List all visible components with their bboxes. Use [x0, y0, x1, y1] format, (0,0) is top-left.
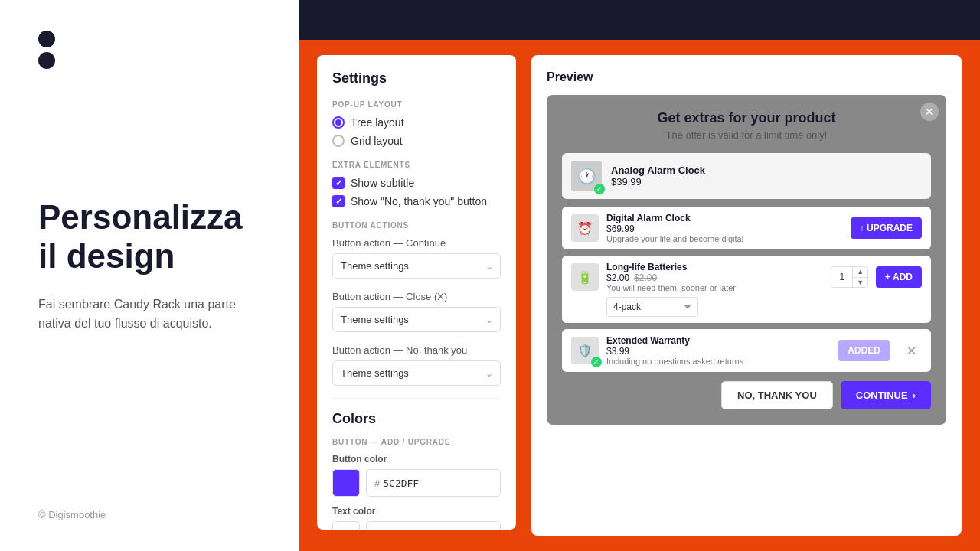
right-panel: Settings POP-UP LAYOUT Tree layout Grid …: [299, 0, 980, 551]
radio-label-tree: Tree layout: [351, 116, 404, 129]
left-content: Personalizza il design Fai sembrare Cand…: [38, 69, 260, 509]
modal-header-subtitle: The offer is valid for a limit time only…: [562, 129, 931, 141]
text-hex-input[interactable]: [383, 530, 492, 530]
button-hex-input[interactable]: [383, 478, 492, 489]
checkbox-label-subtitle: Show subtitle: [351, 177, 414, 189]
radio-circle-tree: [332, 116, 345, 129]
preview-panel: Preview ✕ Get extras for your product Th…: [531, 55, 962, 536]
button-color-label: Button color: [332, 454, 501, 465]
qty-down-arrow[interactable]: ▼: [853, 278, 867, 288]
button-action-continue-group: Button action — Continue Theme settings …: [332, 237, 501, 279]
button-action-close-group: Button action — Close (X) Theme settings…: [332, 291, 501, 332]
qty-up-arrow[interactable]: ▲: [853, 267, 867, 278]
upgrade-img: ⏰: [571, 214, 599, 242]
checkbox-show-no-thanks[interactable]: Show "No, thank you" button: [332, 195, 501, 207]
added-img: 🛡️ ✓: [571, 337, 599, 364]
modal-close-button[interactable]: ✕: [920, 103, 939, 121]
modal-header: Get extras for your product The offer is…: [562, 110, 931, 141]
settings-panel: Settings POP-UP LAYOUT Tree layout Grid …: [317, 55, 516, 530]
product-main: 🕐 ✓ Analog Alarm Clock $39.99: [562, 153, 931, 199]
top-bar: [299, 0, 980, 40]
text-color-swatch[interactable]: [332, 521, 360, 530]
text-color-label: Text color: [332, 506, 501, 517]
text-hex-hash: #: [374, 530, 380, 530]
colors-section-label: BUTTON — ADD / UPGRADE: [332, 438, 501, 446]
button-action-continue-label: Button action — Continue: [332, 237, 501, 249]
product-upgrade: ⏰ Digital Alarm Clock $69.99 Upgrade you…: [562, 207, 931, 249]
left-footer: © Digismoothie: [38, 509, 260, 520]
product-add: 🔋 Long-life Batteries $2.00 $2.00 You wi…: [562, 256, 931, 323]
added-remove-button[interactable]: ✕: [900, 340, 922, 361]
continue-label: CONTINUE: [856, 390, 908, 401]
upgrade-info: Digital Alarm Clock $69.99 Upgrade your …: [606, 213, 843, 243]
added-name: Extended Warranty: [606, 335, 831, 346]
checkbox-show-subtitle[interactable]: Show subtitle: [332, 177, 501, 189]
radio-label-grid: Grid layout: [351, 135, 403, 147]
button-action-nothanks-select[interactable]: Theme settings: [332, 360, 501, 386]
add-info: Long-life Batteries $2.00 $2.00 You will…: [606, 262, 823, 292]
add-price-old: $2.00: [634, 272, 657, 283]
button-color-row: #: [332, 469, 501, 497]
radio-tree-layout[interactable]: Tree layout: [332, 116, 501, 129]
logo-dot-top: [38, 31, 55, 47]
button-action-nothanks-wrapper: Theme settings ⌄: [332, 360, 501, 386]
product-main-price: $39.99: [611, 176, 922, 187]
add-button[interactable]: + ADD: [876, 266, 922, 288]
button-action-nothanks-label: Button action — No, thank you: [332, 344, 501, 356]
button-color-swatch[interactable]: [332, 469, 360, 497]
left-title: Personalizza il design: [38, 198, 260, 276]
upgrade-name: Digital Alarm Clock: [606, 213, 843, 223]
add-row: 🔋 Long-life Batteries $2.00 $2.00 You wi…: [571, 262, 922, 292]
continue-button[interactable]: CONTINUE ›: [841, 381, 931, 409]
added-price: $3.99: [606, 346, 831, 357]
text-hex-wrapper: #: [366, 521, 501, 530]
extra-elements-label: EXTRA ELEMENTS: [332, 161, 501, 169]
product-main-check: ✓: [594, 184, 605, 194]
button-actions-label: BUTTON ACTIONS: [332, 221, 501, 230]
checkbox-label-nothanks: Show "No, thank you" button: [351, 195, 487, 207]
logo: [38, 31, 260, 69]
button-action-continue-wrapper: Theme settings ⌄: [332, 253, 501, 279]
product-added: 🛡️ ✓ Extended Warranty $3.99 Including n…: [562, 329, 931, 372]
button-action-continue-select[interactable]: Theme settings: [332, 253, 501, 279]
upgrade-desc: Upgrade your life and become digital: [606, 234, 843, 243]
add-desc: You will need them, sooner or later: [606, 283, 823, 292]
no-thanks-button[interactable]: NO, THANK YOU: [721, 381, 833, 409]
logo-dot-bottom: [38, 52, 55, 69]
add-img: 🔋: [571, 263, 599, 291]
button-action-close-select[interactable]: Theme settings: [332, 307, 501, 332]
button-action-nothanks-group: Button action — No, thank you Theme sett…: [332, 344, 501, 386]
qty-stepper[interactable]: 1 ▲ ▼: [831, 266, 868, 289]
add-variant-select[interactable]: 4-pack: [606, 297, 698, 317]
left-panel: Personalizza il design Fai sembrare Cand…: [0, 0, 299, 551]
button-action-close-label: Button action — Close (X): [332, 291, 501, 302]
button-hex-wrapper: #: [366, 469, 501, 497]
add-name: Long-life Batteries: [606, 262, 823, 272]
upgrade-price: $69.99: [606, 223, 843, 234]
checkbox-box-nothanks: [332, 195, 345, 207]
upgrade-button[interactable]: ↑ UPGRADE: [851, 217, 922, 239]
extra-elements-group: Show subtitle Show "No, thank you" butto…: [332, 177, 501, 207]
add-variant-row: 4-pack: [571, 297, 922, 317]
text-color-row: #: [332, 521, 501, 530]
modal-footer: NO, THANK YOU CONTINUE ›: [562, 381, 931, 409]
colors-title: Colors: [332, 411, 501, 427]
button-action-close-wrapper: Theme settings ⌄: [332, 307, 501, 332]
added-button[interactable]: ADDED: [838, 340, 890, 361]
checkbox-box-subtitle: [332, 177, 345, 189]
button-hex-hash: #: [374, 478, 380, 489]
product-main-info: Analog Alarm Clock $39.99: [611, 165, 922, 187]
button-color-group: Button color #: [332, 454, 501, 497]
preview-title: Preview: [547, 70, 946, 84]
radio-grid-layout[interactable]: Grid layout: [332, 135, 501, 147]
text-color-group: Text color #: [332, 506, 501, 530]
divider: [332, 398, 501, 399]
qty-value: 1: [831, 269, 852, 285]
settings-title: Settings: [332, 70, 501, 86]
added-info: Extended Warranty $3.99 Including no que…: [606, 335, 831, 366]
radio-circle-grid: [332, 135, 345, 147]
product-main-img: 🕐 ✓: [571, 161, 602, 191]
preview-modal: ✕ Get extras for your product The offer …: [547, 95, 946, 425]
continue-chevron: ›: [913, 390, 916, 401]
modal-header-title: Get extras for your product: [562, 110, 931, 126]
